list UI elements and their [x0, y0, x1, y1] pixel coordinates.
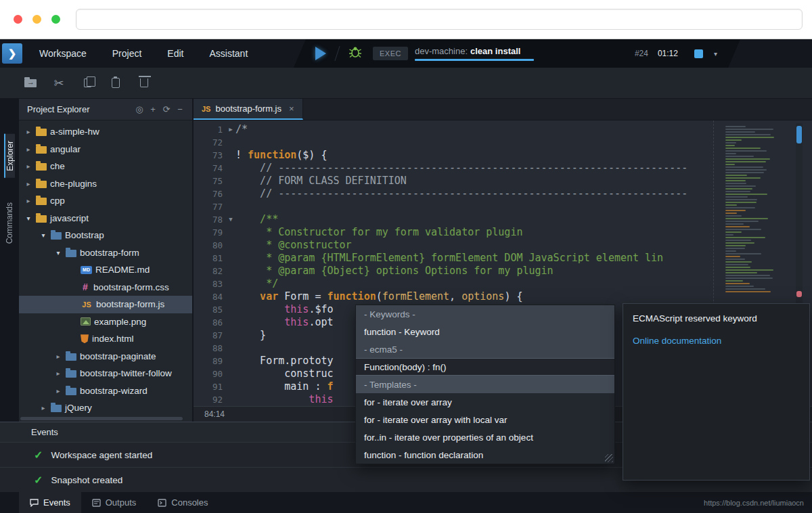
code-text: construc	[235, 367, 334, 380]
minimap-line	[725, 166, 763, 168]
autocomplete-item-for-in-iterate-over-properties-of-an-object[interactable]: for..in - iterate over properties of an …	[356, 428, 614, 446]
js-file-icon: JS	[202, 105, 210, 113]
chevron-collapsed-icon[interactable]: ▸	[39, 404, 47, 411]
import-project-button[interactable]	[19, 72, 42, 94]
collapse-all-icon[interactable]: −	[173, 104, 187, 114]
line-number: 83	[194, 277, 226, 290]
code-text: */	[235, 277, 278, 290]
file-type-icon	[81, 317, 91, 326]
side-tab-commands[interactable]: Commands	[5, 196, 14, 250]
code-line: 77	[194, 200, 812, 213]
menu-item-project[interactable]: Project	[99, 39, 155, 68]
line-number: 74	[194, 162, 226, 175]
reveal-file-icon[interactable]: ◎	[133, 104, 146, 114]
menu-item-assistant[interactable]: Assistant	[196, 39, 261, 68]
minimize-window-icon[interactable]	[32, 15, 41, 24]
tab-consoles[interactable]: Consoles	[147, 492, 219, 513]
copy-button[interactable]	[76, 72, 99, 94]
delete-button[interactable]	[133, 72, 156, 94]
tree-item-bootstrap-paginate[interactable]: ▸bootstrap-paginate	[19, 348, 192, 365]
chevron-collapsed-icon[interactable]: ▸	[24, 197, 32, 204]
menu-item-edit[interactable]: Edit	[154, 39, 196, 68]
tree-item-bootstrap-form-js[interactable]: JSbootstrap-form.js	[19, 296, 192, 313]
paste-button[interactable]	[104, 72, 127, 94]
tree-item-che-plugins[interactable]: ▸che-plugins	[19, 175, 192, 193]
chevron-expanded-icon[interactable]: ▾	[24, 215, 32, 222]
cut-button[interactable]	[47, 72, 70, 94]
tree-item-cpp[interactable]: ▸cpp	[19, 192, 192, 210]
fold-expanded-icon[interactable]: ▼	[226, 213, 235, 226]
autocomplete-item-for-iterate-over-array[interactable]: for - iterate over array	[356, 393, 614, 411]
resize-grip-icon[interactable]	[605, 454, 613, 462]
tree-item-javascript[interactable]: ▾javascript	[19, 210, 192, 227]
debug-icon[interactable]	[348, 46, 362, 61]
autocomplete-item-function-function-declaration[interactable]: function - function declaration	[356, 446, 614, 464]
chevron-collapsed-icon[interactable]: ▸	[24, 162, 32, 170]
run-dropdown-icon[interactable]: ▾	[714, 50, 717, 58]
stop-button-icon[interactable]	[694, 49, 703, 58]
project-explorer-header: Project Explorer ◎+⟳−	[19, 99, 192, 120]
menu-item-workspace[interactable]: Workspace	[26, 39, 99, 68]
refresh-icon[interactable]: ⟳	[160, 104, 173, 114]
tree-item-bootstrap-form[interactable]: ▾bootstrap-form	[19, 244, 192, 262]
chevron-expanded-icon[interactable]: ▾	[54, 249, 62, 256]
tree-item-example-png[interactable]: example.png	[19, 313, 192, 331]
tree-item-bootstrap-twitter-follow[interactable]: ▸bootstrap-twitter-follow	[19, 365, 192, 382]
tree-item-readme-md[interactable]: MDREADME.md	[19, 261, 192, 279]
autocomplete-item-function-body-fn-[interactable]: Function(body) : fn()	[356, 358, 614, 376]
minimap[interactable]	[725, 126, 778, 292]
chevron-collapsed-icon[interactable]: ▸	[24, 128, 32, 135]
side-tab-explorer[interactable]: Explorer	[4, 134, 15, 178]
code-token: options	[461, 290, 504, 303]
minimap-line	[725, 261, 752, 263]
scrollbar-thumb[interactable]	[796, 126, 802, 143]
file-type-icon: #	[81, 282, 90, 292]
tree-item-a-simple-hw[interactable]: ▸a-simple-hw	[19, 123, 192, 141]
tree-item-bootstrap-wizard[interactable]: ▸bootstrap-wizard	[19, 382, 192, 400]
autocomplete-item--keywords-[interactable]: - Keywords -	[356, 305, 614, 323]
minimap-line	[725, 291, 771, 292]
fold-collapsed-icon[interactable]: ▶	[226, 123, 235, 136]
chevron-collapsed-icon[interactable]: ▸	[54, 353, 62, 360]
run-command-status[interactable]: dev-machine:clean install	[415, 46, 534, 61]
chevron-collapsed-icon[interactable]: ▸	[54, 370, 62, 377]
tree-item-che[interactable]: ▸che	[19, 158, 192, 175]
close-window-icon[interactable]	[14, 15, 22, 24]
delete-icon	[140, 79, 148, 87]
app-logo-icon[interactable]: ❯	[2, 43, 22, 64]
autocomplete-item--templates-[interactable]: - Templates -	[356, 376, 614, 393]
browser-chrome	[0, 0, 812, 39]
tree-item-bootstrap-form-css[interactable]: #bootstrap-form.css	[19, 279, 192, 296]
close-tab-icon[interactable]	[289, 104, 294, 114]
autocomplete-item-function-keyword[interactable]: function - Keyword	[356, 323, 614, 340]
tree-item-bootstrap[interactable]: ▾Bootstrap	[19, 227, 192, 244]
chevron-expanded-icon[interactable]: ▾	[39, 231, 47, 239]
annotation-marker[interactable]	[796, 291, 802, 297]
tree-item-label: example.png	[94, 317, 146, 327]
code-text: // FORM CLASS DEFINITION	[235, 175, 407, 187]
autocomplete-item--ecma5-[interactable]: - ecma5 -	[356, 340, 614, 358]
consoles-icon	[158, 499, 166, 507]
tab-outputs[interactable]: Outputs	[81, 492, 148, 513]
maximize-window-icon[interactable]	[51, 15, 60, 24]
autocomplete-item-for-iterate-over-array-with-local-var[interactable]: for - iterate over array with local var	[356, 411, 614, 428]
tab-events[interactable]: Events	[19, 492, 81, 513]
code-line: 78▼ /**	[194, 213, 812, 226]
tree-horizontal-scrollbar[interactable]	[20, 417, 183, 420]
chevron-collapsed-icon[interactable]: ▸	[54, 387, 62, 395]
code-text: // -------------------------------------…	[235, 162, 687, 175]
chevron-collapsed-icon[interactable]: ▸	[24, 180, 32, 187]
tree-item-angular[interactable]: ▸angular	[19, 141, 192, 158]
tree-item-index-html[interactable]: index.html	[19, 330, 192, 348]
link-editor-icon[interactable]: +	[146, 104, 160, 114]
tree-item-jquery[interactable]: ▸jQuery	[19, 399, 192, 417]
check-icon: ✓	[34, 449, 43, 462]
run-button-icon[interactable]	[315, 47, 326, 60]
run-number: #24	[635, 49, 648, 58]
minimap-line	[725, 131, 755, 133]
editor-tab-bootstrap-form-js[interactable]: JS bootstrap-form.js	[194, 99, 303, 120]
minimap-line	[725, 172, 764, 173]
doc-popup-link[interactable]: Online documentation	[633, 336, 800, 346]
url-bar[interactable]	[76, 9, 803, 30]
chevron-collapsed-icon[interactable]: ▸	[24, 146, 32, 153]
